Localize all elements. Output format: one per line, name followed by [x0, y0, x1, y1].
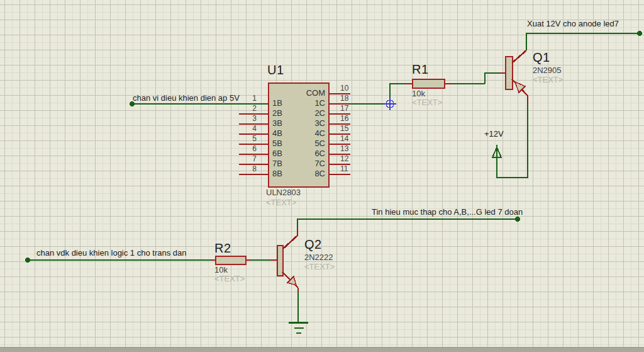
u1-pin-name: 5C: [291, 139, 325, 148]
r1-text-placeholder: <TEXT>: [412, 98, 442, 107]
u1-pin-number: 5: [235, 135, 257, 143]
u1-pin-number: 1: [235, 94, 257, 103]
u1-pin-name: 2B: [272, 109, 282, 118]
q1-base-bar[interactable]: [506, 57, 513, 89]
u1-ref-label: U1: [267, 63, 284, 77]
net-label-12v-out: Xuat 12V cho anode led7: [527, 20, 619, 28]
u1-pin-number: 8: [235, 165, 257, 173]
u1-pin-number: 13: [340, 145, 362, 153]
u1-pin-name: 5B: [272, 139, 282, 148]
u1-pin-name: 2C: [291, 109, 325, 118]
u1-pin-name: 6C: [291, 149, 325, 158]
q2-transistor[interactable]: [277, 228, 298, 292]
wire-terminal-dot: [515, 217, 520, 222]
wire-low-signal[interactable]: [297, 219, 518, 228]
wire-12v-out[interactable]: [526, 33, 640, 50]
viewport-bottom-edge: [0, 347, 644, 352]
u1-pin-number: 4: [235, 125, 257, 133]
u1-pin-name: COM: [291, 89, 325, 98]
wire-terminal-dot: [25, 258, 30, 263]
q2-text-placeholder: <TEXT>: [304, 263, 335, 271]
u1-value-label: ULN2803: [266, 188, 301, 197]
wire-q1-to-12v-rail[interactable]: [497, 105, 528, 178]
r2-text-placeholder: <TEXT>: [214, 275, 245, 283]
ground-symbol[interactable]: [289, 322, 308, 333]
r2-body[interactable]: [216, 256, 246, 264]
u1-pin-number: 3: [235, 115, 257, 123]
r1-body[interactable]: [413, 79, 445, 88]
u1-pin-number: 17: [340, 105, 362, 113]
u1-pin-number: 12: [340, 155, 362, 163]
net-label-logic1: chan vdk dieu khien logic 1 cho trans da…: [36, 249, 187, 258]
u1-pin-name: 7B: [272, 159, 282, 168]
u1-pin-name: 1B: [272, 99, 282, 108]
u1-pin-name: 4B: [272, 129, 282, 138]
power-label-12v: +12V: [484, 130, 504, 139]
u1-pin-name: 8B: [272, 169, 282, 178]
r1-ref-label: R1: [412, 62, 429, 76]
u1-pin-number: 2: [235, 105, 257, 113]
power-arrow-12v[interactable]: [492, 145, 501, 157]
q2-collector: [282, 228, 297, 249]
q2-ref-label: Q2: [304, 237, 322, 251]
junction-marker: [384, 98, 396, 110]
u1-pin-name: 1C: [291, 99, 325, 108]
u1-pin-name: 4C: [291, 129, 325, 138]
q1-text-placeholder: <TEXT>: [533, 76, 563, 84]
u1-pin-number: 18: [340, 94, 362, 103]
q1-transistor[interactable]: [506, 50, 528, 105]
u1-pin-number: 15: [340, 125, 362, 133]
u1-pin-number: 16: [340, 115, 362, 123]
u1-pin-name: 3C: [291, 119, 325, 128]
q1-collector: [512, 50, 526, 63]
u1-pin-number: 14: [340, 135, 362, 143]
r2-ref-label: R2: [214, 241, 231, 255]
u1-pin-number: 7: [235, 155, 257, 163]
net-label-5v-input: chan vi dieu khien dien ap 5V: [133, 94, 240, 103]
u1-pin-number: 11: [340, 165, 362, 173]
q2-value-label: 2N2222: [304, 253, 333, 262]
u1-text-placeholder: <TEXT>: [266, 198, 296, 207]
u1-pin-name: 7C: [291, 159, 325, 168]
net-label-low-signal: Tin hieu muc thap cho A,B,...G led 7 doa…: [372, 208, 523, 217]
u1-pin-number: 6: [235, 145, 257, 153]
u1-pin-name: 8C: [291, 169, 325, 178]
u1-pin-number: 10: [340, 84, 362, 93]
u1-pin-name: 6B: [272, 149, 282, 158]
q1-value-label: 2N2905: [533, 66, 562, 75]
q2-base-bar[interactable]: [277, 246, 283, 276]
u1-pin-name: 3B: [272, 119, 282, 128]
q1-ref-label: Q1: [533, 50, 550, 64]
wire-terminal-dot: [637, 31, 642, 36]
schematic-canvas[interactable]: chan vi dieu khien dien ap 5V Xuat 12V c…: [0, 0, 644, 352]
